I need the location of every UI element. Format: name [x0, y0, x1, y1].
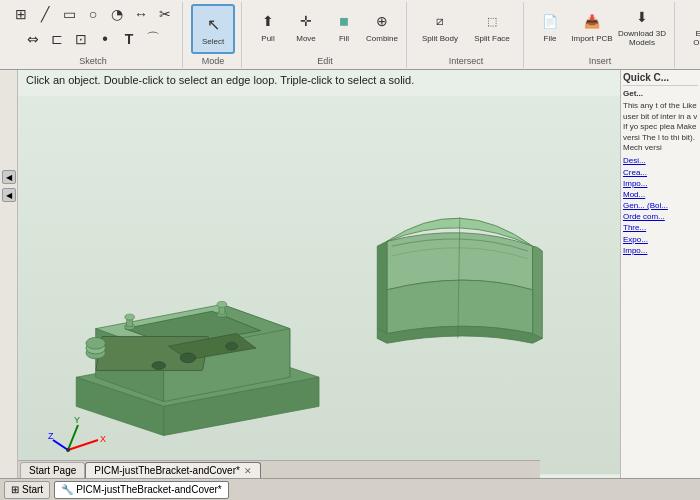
fill-button[interactable]: Fill	[326, 4, 362, 48]
edit-row: Pull Move Fill Combine	[250, 4, 400, 48]
tab-design[interactable]: PICM-justTheBracket-andCover* ✕	[85, 462, 261, 478]
download3d-button[interactable]: Download 3D Models	[616, 4, 668, 48]
combine-icon	[370, 9, 394, 33]
fillet-icon	[145, 31, 161, 47]
link-expo[interactable]: Expo...	[623, 234, 698, 245]
grid-icon	[13, 6, 29, 22]
move-icon	[294, 9, 318, 33]
select-label: Select	[202, 37, 224, 46]
toolbar: Sketch Select Mode Pull Move	[0, 0, 700, 70]
link-impo2[interactable]: Impo...	[623, 245, 698, 256]
left-panel: ◀ ◀	[0, 70, 18, 500]
sketch-trim-btn[interactable]	[154, 4, 176, 24]
sketch-circle-btn[interactable]	[82, 4, 104, 24]
svg-line-24	[68, 440, 98, 450]
splitface-icon	[480, 9, 504, 33]
link-thre[interactable]: Thre...	[623, 222, 698, 233]
left-btn-2[interactable]: ◀	[2, 188, 16, 202]
link-mod[interactable]: Mod...	[623, 189, 698, 200]
download3d-icon	[630, 5, 654, 28]
tab-start-page[interactable]: Start Page	[20, 462, 85, 478]
pull-button[interactable]: Pull	[250, 4, 286, 48]
splitface-button[interactable]: Split Face	[467, 4, 517, 48]
start-icon: ⊞	[11, 484, 19, 495]
line-icon	[37, 6, 53, 22]
fill-icon	[332, 9, 356, 33]
export-icon	[695, 5, 700, 28]
tab-close-btn[interactable]: ✕	[244, 466, 252, 476]
svg-text:Z: Z	[48, 431, 54, 441]
sketch-point-btn[interactable]	[94, 29, 116, 49]
toolbar-group-mode: Select Mode	[185, 2, 242, 68]
right-panel: Quick C... Get... This any t of the Like…	[620, 70, 700, 500]
tab-bar: Start Page PICM-justTheBracket-andCover*…	[18, 460, 540, 478]
mirror-icon	[25, 31, 41, 47]
file-button[interactable]: File	[532, 4, 568, 48]
mode-label: Mode	[202, 56, 225, 66]
splitbody-button[interactable]: Split Body	[415, 4, 465, 48]
dim-icon	[133, 6, 149, 22]
sketch-grid-btn[interactable]	[10, 4, 32, 24]
export-button[interactable]: Export Options	[683, 4, 700, 48]
start-label: Start	[22, 484, 43, 495]
move-button[interactable]: Move	[288, 4, 324, 48]
svg-point-30	[66, 448, 70, 452]
intersect-row: Split Body Split Face	[415, 4, 517, 48]
sketch-mirror-btn[interactable]	[22, 29, 44, 49]
svg-point-19	[152, 362, 166, 370]
point-icon	[97, 31, 113, 47]
sketch-text-btn[interactable]	[118, 29, 140, 49]
link-impo1[interactable]: Impo...	[623, 178, 698, 189]
rect-icon	[61, 6, 77, 22]
toolbar-group-insert: File Import PCB Download 3D Models Inser…	[526, 2, 675, 68]
quick-connect-heading: Get...	[623, 89, 698, 99]
intersect-label: Intersect	[449, 56, 484, 66]
tab-design-label: PICM-justTheBracket-andCover*	[94, 465, 240, 476]
sketch-arc-btn[interactable]	[106, 4, 128, 24]
svg-point-13	[125, 314, 135, 320]
text-icon	[121, 31, 137, 47]
output-row: Export Options Bill Of Materials	[683, 4, 700, 48]
importpcb-icon	[580, 9, 604, 33]
edit-label: Edit	[317, 56, 333, 66]
toolbar-group-sketch: Sketch	[4, 2, 183, 68]
start-button[interactable]: ⊞ Start	[4, 481, 50, 499]
app-taskbar-btn[interactable]: 🔧 PICM-justTheBracket-andCover*	[54, 481, 229, 499]
sketch-dim-btn[interactable]	[130, 4, 152, 24]
toolbar-top: Sketch Select Mode Pull Move	[0, 0, 700, 70]
left-btn-1[interactable]: ◀	[2, 170, 16, 184]
sketch-row-1	[10, 4, 176, 24]
svg-text:Y: Y	[74, 415, 80, 425]
app-label: PICM-justTheBracket-andCover*	[76, 484, 222, 495]
combine-button[interactable]: Combine	[364, 4, 400, 48]
link-crea[interactable]: Crea...	[623, 167, 698, 178]
link-orde[interactable]: Orde com...	[623, 211, 698, 222]
toolbar-group-intersect: Split Body Split Face Intersect	[409, 2, 524, 68]
arc-icon	[109, 6, 125, 22]
circle-icon	[85, 6, 101, 22]
sketch-rect-btn[interactable]	[58, 4, 80, 24]
splitbody-icon	[428, 9, 452, 33]
svg-line-28	[53, 440, 68, 450]
file-icon	[538, 9, 562, 33]
toolbar-group-edit: Pull Move Fill Combine Edit	[244, 2, 407, 68]
sketch-label: Sketch	[79, 56, 107, 66]
tab-start-label: Start Page	[29, 465, 76, 476]
sketch-offset-btn[interactable]	[46, 29, 68, 49]
viewport[interactable]: Click an object. Double-click to select …	[18, 70, 620, 500]
link-desi[interactable]: Desi...	[623, 155, 698, 166]
select-button[interactable]: Select	[191, 4, 235, 54]
svg-point-22	[86, 337, 105, 349]
sketch-line-btn[interactable]	[34, 4, 56, 24]
sketch-pattern-btn[interactable]	[70, 29, 92, 49]
sketch-row-2	[22, 29, 164, 49]
link-gen[interactable]: Gen... (Bol...	[623, 200, 698, 211]
importpcb-button[interactable]: Import PCB	[570, 4, 614, 48]
quick-connect-title: Quick C...	[623, 72, 698, 86]
sketch-fillet-btn[interactable]	[142, 29, 164, 49]
insert-row: File Import PCB Download 3D Models	[532, 4, 668, 48]
svg-point-17	[180, 353, 196, 363]
insert-label: Insert	[589, 56, 612, 66]
svg-text:X: X	[100, 434, 106, 444]
svg-point-16	[217, 302, 227, 308]
